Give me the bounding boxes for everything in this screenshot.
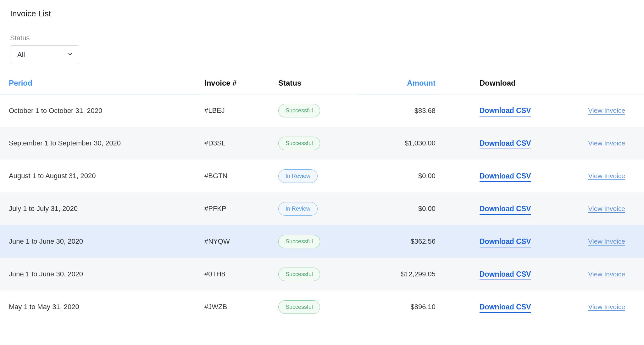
cell-view: View Invoice — [552, 94, 644, 127]
col-status: Status — [275, 73, 357, 94]
cell-download: Download CSV — [439, 225, 552, 258]
table-header-row: Period Invoice # Status Amount Download — [0, 73, 644, 94]
download-csv-link[interactable]: Download CSV — [480, 106, 531, 116]
status-badge: In Review — [278, 169, 318, 183]
invoice-table: Period Invoice # Status Amount Download … — [0, 73, 644, 323]
cell-period: October 1 to October 31, 2020 — [0, 94, 201, 127]
cell-status: In Review — [275, 192, 357, 225]
view-invoice-link[interactable]: View Invoice — [588, 270, 625, 278]
cell-amount: $12,299.05 — [357, 258, 439, 291]
cell-view: View Invoice — [552, 291, 644, 323]
cell-amount: $83.68 — [357, 94, 439, 127]
view-invoice-link[interactable]: View Invoice — [588, 139, 625, 147]
download-csv-link[interactable]: Download CSV — [480, 205, 531, 215]
cell-status: Successful — [275, 225, 357, 258]
cell-invoice: #D3SL — [201, 127, 275, 160]
invoice-list-page: Invoice List Status All Period Invoice #… — [0, 0, 644, 323]
cell-status: Successful — [275, 291, 357, 323]
cell-period: May 1 to May 31, 2020 — [0, 291, 201, 323]
view-invoice-link[interactable]: View Invoice — [588, 303, 625, 310]
col-invoice: Invoice # — [201, 73, 275, 94]
view-invoice-link[interactable]: View Invoice — [588, 205, 625, 212]
cell-view: View Invoice — [552, 127, 644, 160]
cell-period: September 1 to September 30, 2020 — [0, 127, 201, 160]
table-row: June 1 to June 30, 2020#NYQWSuccessful$3… — [0, 225, 644, 258]
view-invoice-link[interactable]: View Invoice — [588, 107, 625, 114]
cell-download: Download CSV — [439, 127, 552, 160]
cell-amount: $1,030.00 — [357, 127, 439, 160]
table-row: September 1 to September 30, 2020#D3SLSu… — [0, 127, 644, 160]
download-csv-link[interactable]: Download CSV — [480, 237, 531, 247]
filter-bar: Status All — [0, 27, 644, 73]
cell-status: In Review — [275, 160, 357, 192]
download-csv-link[interactable]: Download CSV — [480, 270, 531, 280]
cell-invoice: #NYQW — [201, 225, 275, 258]
cell-view: View Invoice — [552, 192, 644, 225]
cell-download: Download CSV — [439, 160, 552, 192]
cell-view: View Invoice — [552, 160, 644, 192]
status-filter[interactable]: All — [10, 45, 79, 64]
cell-invoice: #0TH8 — [201, 258, 275, 291]
view-invoice-link[interactable]: View Invoice — [588, 238, 625, 245]
page-title: Invoice List — [10, 9, 634, 19]
cell-download: Download CSV — [439, 192, 552, 225]
status-badge: Successful — [278, 235, 320, 248]
cell-period: August 1 to August 31, 2020 — [0, 160, 201, 192]
page-header: Invoice List — [0, 0, 644, 27]
status-badge: Successful — [278, 300, 320, 314]
cell-amount: $0.00 — [357, 192, 439, 225]
cell-invoice: #PFKP — [201, 192, 275, 225]
status-badge: Successful — [278, 104, 320, 117]
col-download: Download — [439, 73, 552, 94]
cell-status: Successful — [275, 258, 357, 291]
cell-invoice: #BGTN — [201, 160, 275, 192]
cell-amount: $0.00 — [357, 160, 439, 192]
cell-view: View Invoice — [552, 225, 644, 258]
status-filter-value[interactable]: All — [10, 45, 79, 64]
cell-download: Download CSV — [439, 94, 552, 127]
status-badge: Successful — [278, 137, 320, 150]
cell-period: June 1 to June 30, 2020 — [0, 258, 201, 291]
view-invoice-link[interactable]: View Invoice — [588, 172, 625, 179]
download-csv-link[interactable]: Download CSV — [480, 172, 531, 182]
cell-status: Successful — [275, 94, 357, 127]
table-row: August 1 to August 31, 2020#BGTNIn Revie… — [0, 160, 644, 192]
cell-download: Download CSV — [439, 291, 552, 323]
cell-invoice: #LBEJ — [201, 94, 275, 127]
cell-invoice: #JWZB — [201, 291, 275, 323]
status-badge: In Review — [278, 202, 318, 216]
cell-amount: $362.56 — [357, 225, 439, 258]
cell-status: Successful — [275, 127, 357, 160]
download-csv-link[interactable]: Download CSV — [480, 303, 531, 313]
cell-period: July 1 to July 31, 2020 — [0, 192, 201, 225]
table-row: July 1 to July 31, 2020#PFKPIn Review$0.… — [0, 192, 644, 225]
col-amount[interactable]: Amount — [357, 73, 439, 94]
status-badge: Successful — [278, 268, 320, 281]
cell-period: June 1 to June 30, 2020 — [0, 225, 201, 258]
download-csv-link[interactable]: Download CSV — [480, 139, 531, 149]
table-row: June 1 to June 30, 2020#0TH8Successful$1… — [0, 258, 644, 291]
col-actions — [552, 73, 644, 94]
cell-download: Download CSV — [439, 258, 552, 291]
cell-amount: $896.10 — [357, 291, 439, 323]
status-filter-label: Status — [10, 34, 634, 42]
table-row: May 1 to May 31, 2020#JWZBSuccessful$896… — [0, 291, 644, 323]
cell-view: View Invoice — [552, 258, 644, 291]
table-row: October 1 to October 31, 2020#LBEJSucces… — [0, 94, 644, 127]
col-period[interactable]: Period — [0, 73, 201, 94]
